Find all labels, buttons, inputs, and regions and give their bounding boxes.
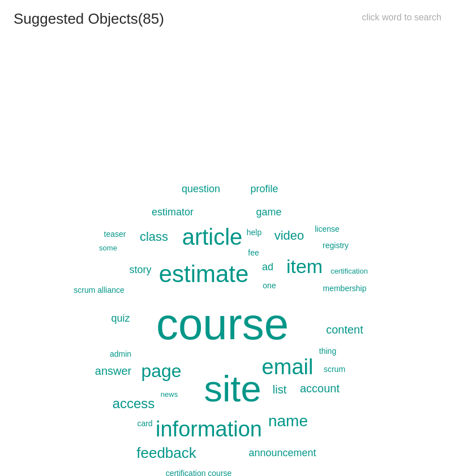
word-name[interactable]: name bbox=[268, 412, 308, 430]
word-account[interactable]: account bbox=[300, 382, 340, 395]
word-content[interactable]: content bbox=[326, 323, 363, 336]
word-video[interactable]: video bbox=[274, 228, 304, 243]
word-help[interactable]: help bbox=[247, 228, 261, 237]
word-course[interactable]: course bbox=[156, 298, 289, 350]
word-license[interactable]: license bbox=[315, 224, 340, 233]
word-quiz[interactable]: quiz bbox=[111, 313, 130, 324]
word-teaser[interactable]: teaser bbox=[104, 230, 126, 239]
word-list[interactable]: list bbox=[273, 383, 286, 396]
word-fee[interactable]: fee bbox=[248, 248, 259, 257]
page-title: Suggested Objects(85) bbox=[14, 10, 164, 28]
word-announcement[interactable]: announcement bbox=[248, 447, 316, 459]
word-class[interactable]: class bbox=[140, 230, 168, 244]
word-news[interactable]: news bbox=[161, 390, 178, 399]
word-certification-course[interactable]: certification course bbox=[166, 469, 232, 476]
word-one[interactable]: one bbox=[263, 281, 276, 290]
word-ad[interactable]: ad bbox=[262, 261, 273, 273]
word-card[interactable]: card bbox=[137, 419, 152, 428]
word-profile[interactable]: profile bbox=[250, 183, 278, 195]
word-item[interactable]: item bbox=[286, 256, 323, 278]
word-article[interactable]: article bbox=[182, 224, 243, 250]
word-certification[interactable]: certification bbox=[330, 267, 368, 275]
word-access[interactable]: access bbox=[113, 396, 155, 412]
word-estimate[interactable]: estimate bbox=[159, 261, 249, 288]
word-scrum-alliance[interactable]: scrum alliance bbox=[74, 285, 124, 295]
word-scrum[interactable]: scrum bbox=[324, 365, 345, 374]
word-story[interactable]: story bbox=[129, 264, 151, 276]
word-information[interactable]: information bbox=[156, 417, 262, 442]
word-site[interactable]: site bbox=[204, 367, 261, 410]
word-email[interactable]: email bbox=[262, 355, 314, 379]
word-question[interactable]: question bbox=[182, 183, 220, 195]
word-answer[interactable]: answer bbox=[95, 365, 131, 378]
word-some[interactable]: some bbox=[99, 244, 117, 252]
word-page[interactable]: page bbox=[141, 361, 181, 382]
word-cloud: questionprofileestimatorgameteaserclassa… bbox=[0, 28, 455, 457]
word-estimator[interactable]: estimator bbox=[152, 206, 194, 218]
search-hint: click word to search bbox=[362, 10, 442, 23]
word-feedback[interactable]: feedback bbox=[136, 444, 196, 462]
word-membership[interactable]: membership bbox=[323, 284, 366, 293]
word-thing[interactable]: thing bbox=[319, 347, 336, 356]
word-game[interactable]: game bbox=[256, 206, 281, 218]
word-admin[interactable]: admin bbox=[110, 349, 131, 358]
word-registry[interactable]: registry bbox=[323, 241, 349, 250]
